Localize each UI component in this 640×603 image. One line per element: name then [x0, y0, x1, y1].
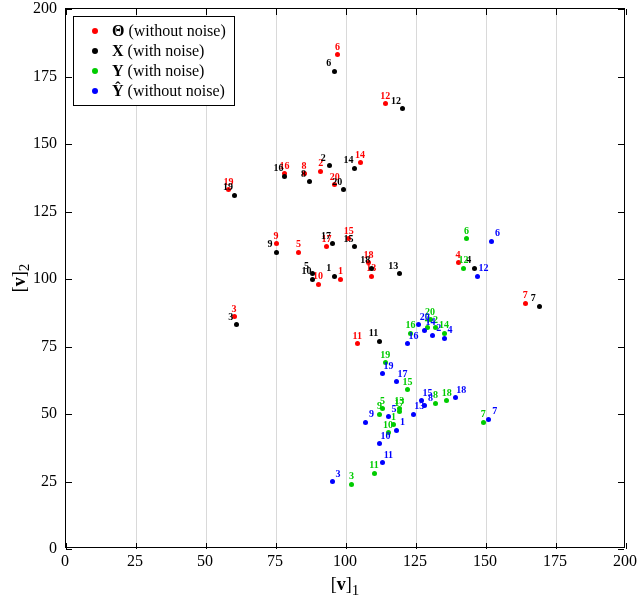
data-point-label: 2 — [433, 315, 438, 325]
data-point — [369, 266, 374, 271]
gridline — [416, 9, 417, 547]
y-tick — [66, 212, 72, 213]
y-tick — [66, 279, 72, 280]
x-tick-label: 100 — [333, 552, 357, 570]
x-tick-label: 25 — [127, 552, 143, 570]
data-point-label: 16 — [405, 320, 415, 330]
data-point — [377, 412, 382, 417]
x-tick-label: 125 — [403, 552, 427, 570]
data-point-label: 4 — [466, 255, 471, 265]
data-point — [296, 250, 301, 255]
data-point-label: 2 — [321, 153, 326, 163]
y-tick — [66, 347, 72, 348]
data-point — [405, 341, 410, 346]
data-point — [349, 482, 354, 487]
data-point — [442, 331, 447, 336]
data-point — [416, 322, 421, 327]
data-point — [352, 166, 357, 171]
scatter-chart: 1234567891011121314151617181920123456789… — [0, 0, 640, 603]
data-point-label: 9 — [369, 409, 374, 419]
x-tick-label: 150 — [473, 552, 497, 570]
data-point — [366, 260, 371, 265]
data-point-label: 6 — [326, 58, 331, 68]
y-tick — [66, 144, 72, 145]
x-tick — [556, 543, 557, 549]
data-point — [324, 244, 329, 249]
data-point-label: 12 — [380, 91, 390, 101]
y-tick-label: 150 — [33, 134, 57, 152]
data-point-label: 9 — [268, 239, 273, 249]
data-point-label: 7 — [523, 290, 528, 300]
data-point — [327, 163, 332, 168]
data-point-label: 5 — [304, 261, 309, 271]
data-point-label: 2 — [318, 158, 323, 168]
y-tick-label: 50 — [41, 404, 57, 422]
y-tick-label: 175 — [33, 67, 57, 85]
data-point-label: 16 — [279, 161, 289, 171]
x-tick — [206, 543, 207, 549]
data-point-label: 5 — [392, 404, 397, 414]
y-tick-label: 125 — [33, 202, 57, 220]
data-point — [405, 387, 410, 392]
x-tick-label: 200 — [613, 552, 637, 570]
legend-label: Θ (without noise) — [112, 21, 226, 41]
data-point — [456, 260, 461, 265]
data-point — [232, 193, 237, 198]
y-tick — [618, 549, 624, 550]
data-point-label: 1 — [391, 412, 396, 422]
data-point — [380, 406, 385, 411]
data-point-label: 19 — [380, 350, 390, 360]
y-tick-label: 75 — [41, 337, 57, 355]
data-point — [369, 274, 374, 279]
data-point — [394, 379, 399, 384]
y-tick — [618, 212, 624, 213]
data-point-label: 19 — [223, 177, 233, 187]
data-point-label: 7 — [531, 293, 536, 303]
y-tick-label: 0 — [49, 539, 57, 557]
x-tick — [276, 543, 277, 549]
data-point — [318, 169, 323, 174]
x-tick-label: 0 — [61, 552, 69, 570]
data-point — [332, 182, 337, 187]
data-point — [397, 271, 402, 276]
data-point-label: 13 — [394, 396, 404, 406]
data-point-label: 20 — [330, 172, 340, 182]
x-tick — [346, 9, 347, 15]
x-tick — [136, 9, 137, 15]
data-point — [394, 428, 399, 433]
x-tick-label: 175 — [543, 552, 567, 570]
data-point — [428, 317, 433, 322]
data-point — [316, 282, 321, 287]
data-point-label: 1 — [326, 263, 331, 273]
data-point — [475, 274, 480, 279]
data-point — [422, 328, 427, 333]
data-point-label: 4 — [456, 250, 461, 260]
data-point — [380, 371, 385, 376]
y-axis-label: [v]2 — [9, 264, 34, 293]
data-point — [377, 441, 382, 446]
data-point-label: 7 — [492, 406, 497, 416]
data-point-label: 14 — [343, 155, 353, 165]
data-point-label: 12 — [391, 96, 401, 106]
data-point-label: 8 — [433, 390, 438, 400]
data-point — [419, 398, 424, 403]
data-point — [383, 101, 388, 106]
x-tick — [556, 9, 557, 15]
data-point — [380, 460, 385, 465]
legend-marker — [82, 48, 108, 54]
legend-marker — [82, 68, 108, 74]
x-tick — [486, 9, 487, 15]
data-point-label: 5 — [296, 239, 301, 249]
data-point-label: 1 — [400, 417, 405, 427]
y-tick — [66, 549, 72, 550]
data-point — [411, 412, 416, 417]
data-point — [372, 471, 377, 476]
gridline — [346, 9, 347, 547]
y-tick-label: 25 — [41, 472, 57, 490]
data-point — [330, 241, 335, 246]
data-point — [232, 314, 237, 319]
data-point-label: 8 — [428, 393, 433, 403]
x-tick — [136, 543, 137, 549]
x-tick — [626, 543, 627, 549]
x-tick — [346, 543, 347, 549]
